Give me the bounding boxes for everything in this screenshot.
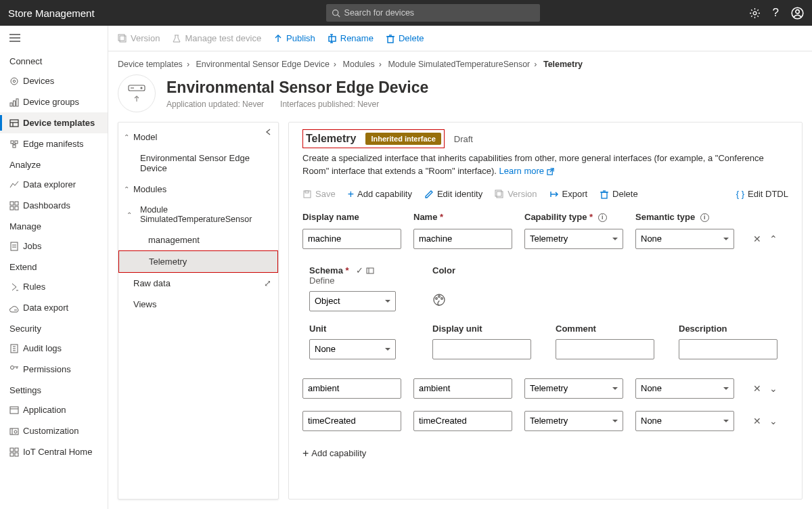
sidebar-item-label: Devices	[23, 76, 54, 86]
manage-test-device-button[interactable]: Manage test device	[172, 33, 261, 43]
unit-select[interactable]	[309, 339, 396, 359]
sidebar-item-device-groups[interactable]: Device groups	[0, 91, 108, 112]
rename-icon	[328, 34, 337, 43]
detail-pane: Telemetry Inherited interface Draft Crea…	[288, 122, 803, 500]
expand-row-icon[interactable]: ⌄	[769, 416, 777, 426]
publish-button[interactable]: Publish	[273, 33, 315, 43]
schema-select[interactable]	[309, 291, 396, 311]
comment-input[interactable]	[556, 339, 654, 359]
color-picker-icon[interactable]	[432, 293, 446, 307]
sidebar-item-rules[interactable]: Rules	[0, 276, 108, 297]
act-label: Add capability	[357, 189, 412, 199]
export-button[interactable]: Export	[549, 189, 588, 199]
breadcrumb-link[interactable]: Modules	[343, 60, 375, 69]
color-label: Color	[432, 265, 500, 286]
sidebar-item-permissions[interactable]: Permissions	[0, 359, 108, 380]
delete-button-detail[interactable]: Delete	[600, 189, 638, 199]
sidebar-item-jobs[interactable]: Jobs	[0, 236, 108, 257]
sidebar-item-data-export[interactable]: Data export	[0, 297, 108, 318]
define-icon	[366, 267, 374, 275]
sidebar-item-application[interactable]: Application	[0, 399, 108, 420]
hamburger-button[interactable]	[0, 27, 108, 51]
help-icon[interactable]: ?	[773, 6, 779, 20]
name-input[interactable]	[413, 229, 512, 249]
version-button-detail[interactable]: Version	[495, 189, 537, 199]
tree-management[interactable]: management	[118, 229, 278, 250]
display-name-input[interactable]	[302, 411, 401, 431]
sidebar-item-label: Customization	[23, 426, 78, 436]
description-input[interactable]	[679, 339, 777, 359]
act-label: Delete	[612, 189, 638, 199]
svg-rect-60	[305, 191, 309, 193]
tree-device[interactable]: Environmental Sensor Edge Device	[118, 148, 278, 179]
templates-icon	[9, 118, 19, 128]
save-button[interactable]: Save	[302, 189, 336, 199]
tree-modules[interactable]: ⌃Modules	[118, 179, 278, 200]
sidebar-item-iot-central-home[interactable]: IoT Central Home	[0, 441, 108, 462]
tree-telemetry[interactable]: Telemetry	[118, 250, 278, 273]
svg-rect-44	[118, 35, 125, 41]
name-input[interactable]	[413, 411, 512, 431]
breadcrumb-link[interactable]: Environmental Sensor Edge Device	[196, 60, 330, 69]
tree-views[interactable]: Views	[118, 294, 278, 315]
version-button[interactable]: Version	[118, 33, 160, 43]
sem-type-select[interactable]	[635, 378, 734, 399]
rules-icon	[9, 282, 19, 292]
delete-row-icon[interactable]: ✕	[753, 383, 761, 394]
add-capability-button[interactable]: +Add capability	[348, 189, 412, 200]
sidebar-item-data-explorer[interactable]: Data explorer	[0, 174, 108, 195]
tree-raw-data[interactable]: Raw data⤢	[118, 273, 278, 294]
rename-button[interactable]: Rename	[328, 33, 374, 43]
expand-row-icon[interactable]: ⌄	[769, 383, 777, 394]
display-name-input[interactable]	[302, 378, 401, 399]
name-input[interactable]	[413, 378, 512, 399]
breadcrumb-sep: ›	[334, 60, 336, 69]
tree-label: Environmental Sensor Edge Device	[140, 153, 270, 173]
capability-row: ✕⌃	[302, 226, 788, 252]
dashboards-icon	[9, 201, 19, 211]
sidebar-item-devices[interactable]: Devices	[0, 70, 108, 91]
add-capability-bottom[interactable]: +Add capability	[302, 447, 366, 460]
act-label: Save	[315, 189, 336, 199]
collapse-row-icon[interactable]: ⌃	[769, 234, 777, 244]
add-cap-label: Add capability	[311, 448, 366, 458]
sidebar-item-customization[interactable]: Customization	[0, 420, 108, 441]
breadcrumb-link[interactable]: Device templates	[118, 60, 183, 69]
search-input[interactable]: Search for devices	[326, 4, 540, 22]
gear-icon[interactable]	[749, 7, 761, 19]
sidebar-item-audit-logs[interactable]: Audit logs	[0, 338, 108, 359]
comment-label: Comment	[556, 324, 654, 334]
edit-identity-button[interactable]: Edit identity	[424, 189, 482, 199]
info-icon[interactable]: i	[598, 213, 607, 222]
edit-dtdl-button[interactable]: { }Edit DTDL	[736, 189, 788, 199]
learn-more-link[interactable]: Learn more	[499, 166, 554, 176]
export-icon	[9, 303, 19, 313]
svg-rect-46	[329, 37, 336, 41]
tree-model[interactable]: ⌃Model	[118, 127, 278, 148]
sidebar-item-label: IoT Central Home	[23, 447, 92, 457]
sidebar-item-edge-manifests[interactable]: Edge manifests	[0, 133, 108, 154]
display-unit-input[interactable]	[432, 339, 531, 359]
cap-type-select[interactable]	[524, 411, 623, 431]
display-name-input[interactable]	[302, 229, 401, 249]
sidebar-item-dashboards[interactable]: Dashboards	[0, 195, 108, 216]
delete-row-icon[interactable]: ✕	[753, 416, 761, 426]
tree-module[interactable]: ⌃Module SimulatedTemperatureSensor	[118, 200, 278, 229]
breadcrumb-current: Telemetry	[543, 60, 583, 69]
cap-type-select[interactable]	[524, 229, 623, 249]
account-icon[interactable]	[791, 7, 804, 20]
delete-button[interactable]: Delete	[386, 33, 424, 43]
act-label: Edit DTDL	[748, 189, 788, 199]
info-icon[interactable]: i	[700, 213, 709, 222]
delete-row-icon[interactable]: ✕	[753, 234, 761, 244]
sidebar-item-device-templates[interactable]: Device templates	[0, 112, 108, 133]
sem-type-select[interactable]	[635, 411, 734, 431]
cap-type-select[interactable]	[524, 378, 623, 399]
audit-icon	[9, 344, 19, 353]
breadcrumb-link[interactable]: Module SimulatedTemperatureSensor	[388, 60, 530, 69]
svg-rect-17	[15, 141, 18, 143]
sem-type-select[interactable]	[635, 229, 734, 249]
act-label: Export	[562, 189, 588, 199]
expand-icon[interactable]: ⤢	[264, 278, 271, 288]
sidebar-item-label: Device groups	[23, 97, 79, 107]
